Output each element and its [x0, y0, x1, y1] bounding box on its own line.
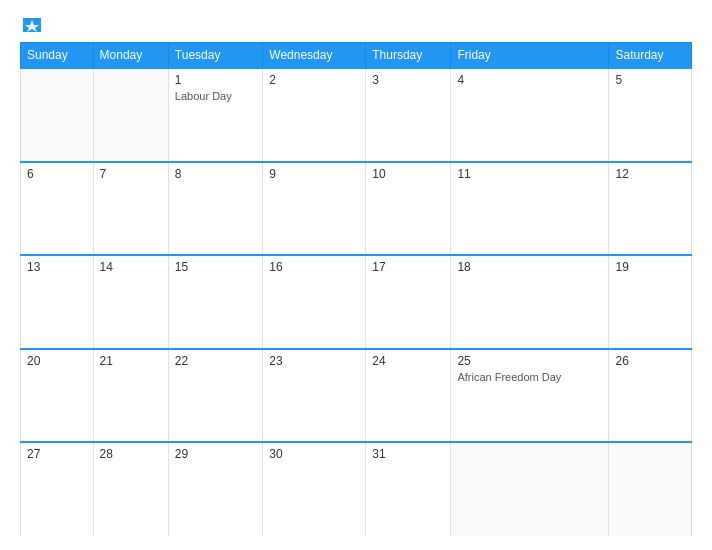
calendar-week-row: 2728293031 [21, 442, 692, 536]
day-number: 20 [27, 354, 87, 368]
logo [20, 18, 41, 32]
calendar-cell: 7 [93, 162, 168, 256]
logo-flag-icon [23, 18, 41, 32]
day-number: 9 [269, 167, 359, 181]
calendar-week-row: 1Labour Day2345 [21, 68, 692, 162]
day-number: 30 [269, 447, 359, 461]
calendar-cell: 13 [21, 255, 94, 349]
day-number: 7 [100, 167, 162, 181]
day-number: 26 [615, 354, 685, 368]
calendar-cell: 22 [168, 349, 262, 443]
event-label: Labour Day [175, 90, 232, 102]
calendar-cell [451, 442, 609, 536]
calendar-cell [21, 68, 94, 162]
calendar-cell: 15 [168, 255, 262, 349]
event-label: African Freedom Day [457, 371, 561, 383]
day-number: 6 [27, 167, 87, 181]
day-number: 13 [27, 260, 87, 274]
day-number: 3 [372, 73, 444, 87]
calendar-cell: 23 [263, 349, 366, 443]
col-tuesday: Tuesday [168, 43, 262, 69]
calendar-cell: 4 [451, 68, 609, 162]
calendar-cell: 5 [609, 68, 692, 162]
day-number: 1 [175, 73, 256, 87]
day-number: 15 [175, 260, 256, 274]
calendar-cell: 18 [451, 255, 609, 349]
col-friday: Friday [451, 43, 609, 69]
day-number: 18 [457, 260, 602, 274]
calendar-page: Sunday Monday Tuesday Wednesday Thursday… [0, 0, 712, 550]
calendar-cell: 3 [366, 68, 451, 162]
day-number: 12 [615, 167, 685, 181]
day-number: 22 [175, 354, 256, 368]
calendar-week-row: 6789101112 [21, 162, 692, 256]
col-thursday: Thursday [366, 43, 451, 69]
calendar-cell: 31 [366, 442, 451, 536]
calendar-cell: 19 [609, 255, 692, 349]
day-number: 17 [372, 260, 444, 274]
calendar-table: Sunday Monday Tuesday Wednesday Thursday… [20, 42, 692, 536]
day-number: 4 [457, 73, 602, 87]
calendar-cell: 27 [21, 442, 94, 536]
calendar-cell: 21 [93, 349, 168, 443]
calendar-cell: 11 [451, 162, 609, 256]
col-saturday: Saturday [609, 43, 692, 69]
col-sunday: Sunday [21, 43, 94, 69]
day-number: 21 [100, 354, 162, 368]
day-number: 14 [100, 260, 162, 274]
day-number: 28 [100, 447, 162, 461]
day-number: 25 [457, 354, 602, 368]
day-number: 27 [27, 447, 87, 461]
calendar-cell: 20 [21, 349, 94, 443]
calendar-cell: 17 [366, 255, 451, 349]
calendar-cell: 29 [168, 442, 262, 536]
calendar-cell: 24 [366, 349, 451, 443]
day-number: 8 [175, 167, 256, 181]
logo-text [20, 18, 41, 32]
col-wednesday: Wednesday [263, 43, 366, 69]
day-number: 23 [269, 354, 359, 368]
calendar-cell: 6 [21, 162, 94, 256]
day-number: 31 [372, 447, 444, 461]
calendar-cell: 16 [263, 255, 366, 349]
calendar-cell: 10 [366, 162, 451, 256]
day-number: 5 [615, 73, 685, 87]
day-number: 29 [175, 447, 256, 461]
calendar-cell: 28 [93, 442, 168, 536]
calendar-body: 1Labour Day23456789101112131415161718192… [21, 68, 692, 536]
calendar-week-row: 202122232425African Freedom Day26 [21, 349, 692, 443]
calendar-cell: 25African Freedom Day [451, 349, 609, 443]
calendar-cell: 14 [93, 255, 168, 349]
weekday-header-row: Sunday Monday Tuesday Wednesday Thursday… [21, 43, 692, 69]
calendar-cell: 26 [609, 349, 692, 443]
day-number: 16 [269, 260, 359, 274]
day-number: 11 [457, 167, 602, 181]
calendar-header: Sunday Monday Tuesday Wednesday Thursday… [21, 43, 692, 69]
calendar-cell: 8 [168, 162, 262, 256]
day-number: 24 [372, 354, 444, 368]
calendar-cell: 1Labour Day [168, 68, 262, 162]
calendar-cell: 30 [263, 442, 366, 536]
header [20, 18, 692, 32]
day-number: 10 [372, 167, 444, 181]
calendar-cell: 9 [263, 162, 366, 256]
col-monday: Monday [93, 43, 168, 69]
day-number: 19 [615, 260, 685, 274]
calendar-cell: 2 [263, 68, 366, 162]
calendar-cell: 12 [609, 162, 692, 256]
day-number: 2 [269, 73, 359, 87]
calendar-cell [93, 68, 168, 162]
calendar-cell [609, 442, 692, 536]
calendar-week-row: 13141516171819 [21, 255, 692, 349]
